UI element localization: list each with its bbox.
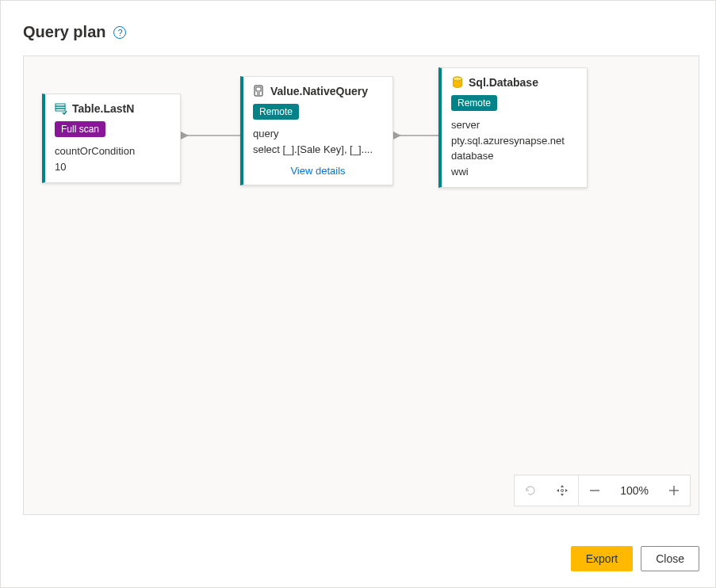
- remote-badge: Remote: [451, 95, 497, 111]
- table-lastn-icon: [55, 102, 67, 115]
- plan-node-table-lastn[interactable]: Table.LastN Full scan countOrCondition 1…: [42, 94, 181, 183]
- query-plan-canvas[interactable]: Table.LastN Full scan countOrCondition 1…: [23, 55, 699, 515]
- query-plan-dialog: Query plan ?: [0, 0, 716, 588]
- node-title: Value.NativeQuery: [270, 85, 368, 97]
- svg-point-11: [561, 490, 564, 492]
- fit-to-screen-button[interactable]: [546, 475, 578, 506]
- node-header: Sql.Database: [451, 76, 577, 89]
- node-param-label: countOrCondition: [55, 143, 170, 159]
- edge-arrow: [392, 131, 438, 140]
- svg-rect-6: [256, 87, 261, 91]
- remote-badge: Remote: [253, 104, 299, 120]
- reset-view-button[interactable]: [515, 475, 546, 506]
- node-title: Sql.Database: [469, 76, 538, 89]
- plus-icon: [668, 484, 680, 497]
- svg-point-10: [454, 77, 462, 81]
- node-param-value: select [_].[Sale Key], [_]....: [253, 142, 383, 158]
- node-param-label: server: [451, 117, 577, 133]
- full-scan-badge: Full scan: [55, 121, 105, 137]
- zoom-toolbar: 100%: [514, 475, 691, 506]
- help-icon[interactable]: ?: [113, 26, 126, 39]
- plan-node-native-query[interactable]: Value.NativeQuery Remote query select [_…: [240, 76, 393, 185]
- zoom-in-button[interactable]: [658, 475, 690, 506]
- database-icon: [451, 76, 464, 89]
- node-header: Table.LastN: [55, 102, 170, 115]
- dialog-title: Query plan: [23, 23, 105, 41]
- node-param-label: database: [451, 148, 577, 164]
- close-button[interactable]: Close: [641, 546, 699, 571]
- node-param-value: wwi: [451, 164, 577, 180]
- node-param-value: 10: [55, 159, 170, 175]
- minus-icon: [588, 484, 601, 497]
- zoom-out-button[interactable]: [579, 475, 611, 506]
- node-title: Table.LastN: [72, 102, 134, 115]
- node-param-value: pty.sql.azuresynapse.net: [451, 133, 577, 149]
- fit-to-screen-icon: [556, 484, 569, 497]
- node-param-label: query: [253, 126, 383, 142]
- edge-arrow: [180, 131, 240, 140]
- zoom-level-display: 100%: [611, 484, 658, 497]
- dialog-footer: Export Close: [571, 546, 699, 571]
- dialog-header: Query plan ?: [23, 23, 699, 41]
- plan-node-sql-database[interactable]: Sql.Database Remote server pty.sql.azure…: [438, 67, 588, 188]
- svg-rect-4: [56, 109, 65, 111]
- reset-icon: [524, 484, 537, 497]
- export-button[interactable]: Export: [571, 546, 633, 571]
- node-header: Value.NativeQuery: [253, 85, 383, 97]
- view-details-link[interactable]: View details: [253, 165, 383, 177]
- native-query-icon: [253, 85, 266, 97]
